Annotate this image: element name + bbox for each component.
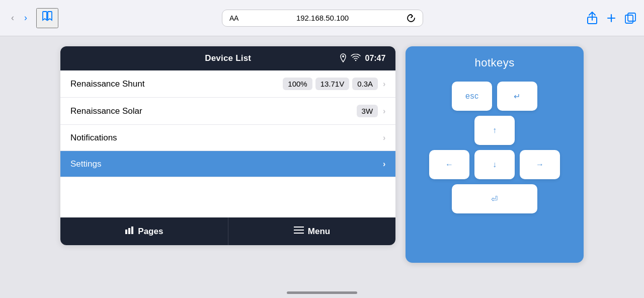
device-name-settings: Settings (70, 159, 383, 169)
empty-area (60, 177, 395, 217)
device-header: Device List 07:47 (60, 46, 395, 70)
badge-voltage: 13.71V (315, 78, 350, 90)
chevron-icon-shunt: › (383, 80, 385, 89)
esc-label: esc (465, 92, 478, 101)
space-key[interactable]: ⏎ (452, 184, 537, 213)
url-bar[interactable]: AA 192.168.50.100 (222, 10, 423, 27)
bookmarks-button[interactable] (36, 8, 58, 28)
down-key[interactable]: ↓ (474, 150, 515, 179)
forward-button[interactable]: › (21, 11, 30, 25)
device-name-shunt: Renaissance Shunt (70, 79, 283, 89)
device-name-notifications: Notifications (70, 133, 383, 143)
svg-rect-4 (125, 230, 127, 234)
solar-badges: 3W (357, 105, 378, 117)
enter-key[interactable]: ↵ (497, 82, 537, 111)
back-button[interactable]: ‹ (8, 11, 17, 25)
badge-current: 0.3A (352, 78, 378, 90)
up-key[interactable]: ↑ (474, 116, 515, 145)
pages-label: Pages (138, 227, 163, 237)
browser-chrome: ‹ › AA 192.168.50.100 (0, 0, 644, 36)
badge-power: 3W (357, 105, 378, 117)
url-aa-button[interactable]: AA (229, 14, 238, 22)
space-label: ⏎ (491, 194, 498, 204)
header-icons: 07:47 (340, 53, 385, 64)
reload-button[interactable] (407, 14, 416, 23)
hotkeys-row-3: ← ↓ → (429, 150, 560, 179)
device-item-notifications[interactable]: Notifications › (60, 125, 395, 151)
svg-rect-1 (625, 15, 633, 23)
device-item-solar[interactable]: Renaissance Solar 3W › (60, 98, 395, 125)
hotkeys-panel: hotkeys esc ↵ ↑ ← (406, 46, 584, 263)
right-label: → (536, 160, 544, 169)
down-label: ↓ (493, 160, 497, 169)
badge-percent: 100% (283, 78, 312, 90)
hotkeys-grid: esc ↵ ↑ ← ↓ → (416, 82, 574, 213)
svg-rect-2 (628, 13, 635, 21)
content-area: Device List 07:47 (0, 36, 644, 298)
device-item-shunt[interactable]: Renaissance Shunt 100% 13.71V 0.3A › (60, 70, 395, 98)
hotkeys-title: hotkeys (416, 56, 574, 69)
toolbar-right (587, 12, 636, 25)
url-text: 192.168.50.100 (244, 14, 401, 22)
right-key[interactable]: → (520, 150, 560, 179)
hotkeys-row-4: ⏎ (452, 184, 537, 213)
location-icon (340, 53, 347, 64)
device-footer: Pages Menu (60, 217, 395, 245)
svg-point-3 (342, 55, 344, 57)
nav-buttons: ‹ › (8, 11, 30, 25)
menu-label: Menu (308, 227, 330, 237)
device-list-title: Device List (205, 53, 251, 63)
up-label: ↑ (493, 126, 497, 135)
wifi-icon (351, 54, 361, 63)
shunt-badges: 100% 13.71V 0.3A (283, 78, 378, 90)
left-label: ← (445, 160, 454, 169)
menu-icon (294, 226, 304, 237)
device-name-solar: Renaissance Solar (70, 106, 357, 116)
svg-rect-5 (128, 228, 130, 234)
hotkeys-row-1: esc ↵ (452, 82, 537, 111)
chevron-icon-settings: › (383, 160, 385, 169)
device-list: Renaissance Shunt 100% 13.71V 0.3A › Ren… (60, 70, 395, 217)
svg-rect-6 (131, 227, 133, 234)
share-button[interactable] (587, 12, 598, 25)
enter-label: ↵ (514, 92, 521, 101)
pages-button[interactable]: Pages (60, 217, 228, 245)
left-key[interactable]: ← (429, 150, 469, 179)
chevron-icon-notifications: › (383, 133, 385, 142)
hotkeys-row-2: ↑ (474, 116, 515, 145)
device-panel: Device List 07:47 (60, 46, 395, 245)
esc-key[interactable]: esc (452, 82, 492, 111)
menu-button[interactable]: Menu (228, 218, 396, 245)
chevron-icon-solar: › (383, 107, 385, 116)
tabs-button[interactable] (625, 13, 636, 24)
device-item-settings[interactable]: Settings › (60, 151, 395, 177)
home-indicator (287, 291, 357, 294)
header-time: 07:47 (365, 54, 385, 63)
pages-icon (125, 226, 134, 237)
add-tab-button[interactable] (606, 13, 617, 24)
